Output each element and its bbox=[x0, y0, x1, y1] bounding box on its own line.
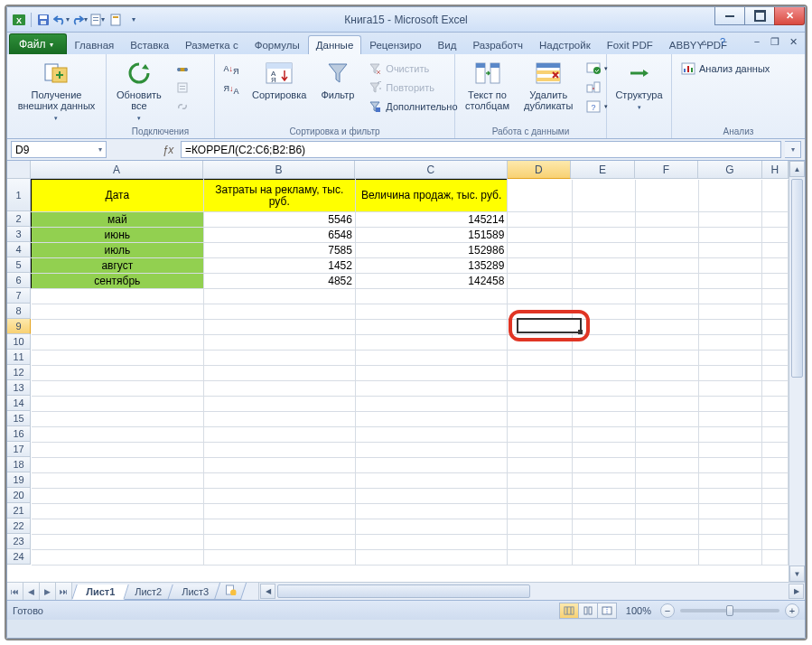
row-header-18[interactable]: 18 bbox=[7, 457, 31, 472]
select-all-corner[interactable] bbox=[7, 161, 31, 179]
cell-E11[interactable] bbox=[572, 351, 635, 366]
worksheet-grid[interactable]: ABCDEFGH 1234567891011121314151617181920… bbox=[7, 161, 805, 582]
refresh-all-button[interactable]: Обновить все bbox=[112, 56, 166, 126]
vertical-scrollbar[interactable]: ▲ ▼ bbox=[789, 161, 805, 582]
cell-E4[interactable] bbox=[572, 243, 635, 258]
cell-F1[interactable] bbox=[635, 180, 698, 212]
cell-H3[interactable] bbox=[761, 228, 788, 243]
cell-B9[interactable] bbox=[203, 320, 355, 335]
cell-F14[interactable] bbox=[635, 397, 698, 412]
cell-H17[interactable] bbox=[761, 443, 788, 458]
row-header-22[interactable]: 22 bbox=[7, 519, 31, 534]
reapply-filter-button[interactable]: Повторить bbox=[364, 79, 461, 97]
cell-G2[interactable] bbox=[698, 212, 761, 228]
tab-data[interactable]: Данные bbox=[308, 35, 362, 54]
tab-file[interactable]: Файл bbox=[9, 33, 67, 54]
cell-E22[interactable] bbox=[572, 519, 635, 535]
cell-C17[interactable] bbox=[355, 443, 507, 458]
cell-C12[interactable] bbox=[355, 366, 507, 381]
cell-F3[interactable] bbox=[635, 228, 698, 243]
cell-B21[interactable] bbox=[203, 504, 355, 519]
column-header-F[interactable]: F bbox=[635, 161, 699, 179]
cell-E8[interactable] bbox=[572, 304, 635, 320]
cell-F9[interactable] bbox=[635, 320, 698, 335]
tab-addins[interactable]: Надстройк bbox=[531, 35, 599, 54]
tab-nav-first[interactable]: ⏮ bbox=[7, 583, 23, 600]
row-header-9[interactable]: 9 bbox=[7, 319, 31, 334]
row-header-19[interactable]: 19 bbox=[7, 472, 31, 488]
zoom-level[interactable]: 100% bbox=[626, 605, 651, 616]
cell-C1[interactable]: Величина продаж, тыс. руб. bbox=[355, 180, 507, 212]
cell-A3[interactable]: июнь bbox=[32, 228, 204, 243]
row-header-15[interactable]: 15 bbox=[7, 411, 31, 426]
cell-A1[interactable]: Дата bbox=[32, 180, 204, 212]
cell-D6[interactable] bbox=[508, 274, 573, 289]
cell-H8[interactable] bbox=[761, 304, 788, 320]
row-header-3[interactable]: 3 bbox=[7, 227, 31, 242]
cell-B8[interactable] bbox=[203, 304, 355, 320]
new-sheet-button[interactable] bbox=[214, 583, 247, 600]
window-close-button[interactable] bbox=[774, 7, 805, 25]
cell-F2[interactable] bbox=[635, 212, 698, 228]
cell-F16[interactable] bbox=[635, 427, 698, 443]
cell-H10[interactable] bbox=[761, 335, 788, 351]
cell-H12[interactable] bbox=[761, 366, 788, 381]
cell-D14[interactable] bbox=[508, 397, 573, 412]
cell-G9[interactable] bbox=[698, 320, 761, 335]
sort-button[interactable]: АЯ Сортировка bbox=[247, 56, 311, 103]
cell-B12[interactable] bbox=[203, 366, 355, 381]
cell-F7[interactable] bbox=[635, 289, 698, 304]
scroll-thumb[interactable] bbox=[791, 179, 803, 378]
cell-B1[interactable]: Затраты на рекламу, тыс. руб. bbox=[203, 180, 355, 212]
cell-E20[interactable] bbox=[572, 489, 635, 504]
row-header-8[interactable]: 8 bbox=[7, 304, 31, 319]
cell-B13[interactable] bbox=[203, 381, 355, 397]
cell-C7[interactable] bbox=[355, 289, 507, 304]
scroll-down-button[interactable]: ▼ bbox=[789, 566, 805, 582]
cell-E15[interactable] bbox=[572, 412, 635, 427]
cell-H4[interactable] bbox=[761, 243, 788, 258]
cell-D17[interactable] bbox=[508, 443, 573, 458]
row-header-10[interactable]: 10 bbox=[7, 334, 31, 350]
cell-C20[interactable] bbox=[355, 489, 507, 504]
cell-B24[interactable] bbox=[203, 550, 355, 566]
cell-C8[interactable] bbox=[355, 304, 507, 320]
cell-G19[interactable] bbox=[698, 473, 761, 489]
cell-A21[interactable] bbox=[32, 504, 204, 519]
name-box[interactable]: D9▾ bbox=[11, 141, 107, 158]
cell-F21[interactable] bbox=[635, 504, 698, 519]
cell-A2[interactable]: май bbox=[32, 212, 204, 228]
cell-A15[interactable] bbox=[32, 412, 204, 427]
cell-F4[interactable] bbox=[635, 243, 698, 258]
tab-home[interactable]: Главная bbox=[67, 35, 123, 54]
cell-E18[interactable] bbox=[572, 458, 635, 473]
cell-B10[interactable] bbox=[203, 335, 355, 351]
cell-G4[interactable] bbox=[698, 243, 761, 258]
qat-undo-icon[interactable]: ▾ bbox=[53, 12, 70, 28]
workbook-minimize-icon[interactable]: − bbox=[751, 35, 763, 48]
cell-G5[interactable] bbox=[698, 258, 761, 274]
cell-E24[interactable] bbox=[572, 550, 635, 566]
cell-D15[interactable] bbox=[508, 412, 573, 427]
row-header-1[interactable]: 1 bbox=[7, 179, 31, 211]
cell-E5[interactable] bbox=[572, 258, 635, 274]
cell-E10[interactable] bbox=[572, 335, 635, 351]
zoom-in-button[interactable]: + bbox=[785, 603, 799, 618]
cell-A23[interactable] bbox=[32, 535, 204, 550]
connections-button[interactable] bbox=[172, 60, 193, 78]
cell-C22[interactable] bbox=[355, 519, 507, 535]
cell-C2[interactable]: 145214 bbox=[355, 212, 507, 228]
row-header-21[interactable]: 21 bbox=[7, 503, 31, 519]
column-header-H[interactable]: H bbox=[762, 161, 789, 179]
workbook-close-icon[interactable]: ✕ bbox=[787, 35, 799, 48]
cell-F6[interactable] bbox=[635, 274, 698, 289]
cell-A6[interactable]: сентябрь bbox=[32, 274, 204, 289]
cell-A24[interactable] bbox=[32, 550, 204, 566]
cell-H21[interactable] bbox=[761, 504, 788, 519]
qat-customize-icon[interactable]: ▾ bbox=[126, 12, 142, 28]
cell-B6[interactable]: 4852 bbox=[203, 274, 355, 289]
cell-D23[interactable] bbox=[508, 535, 573, 550]
cell-C14[interactable] bbox=[355, 397, 507, 412]
cell-G22[interactable] bbox=[698, 519, 761, 535]
qat-extra2-icon[interactable] bbox=[107, 12, 124, 28]
